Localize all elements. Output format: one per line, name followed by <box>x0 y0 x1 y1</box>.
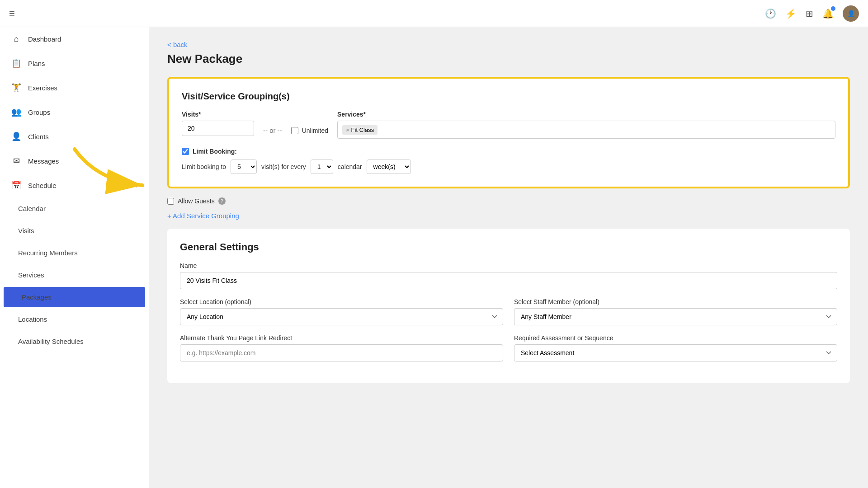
visits-group: Visits* <box>182 111 254 136</box>
sidebar-item-visits[interactable]: Visits <box>0 220 149 242</box>
limit-text-3: calendar <box>338 163 362 170</box>
lightning-icon[interactable]: ⚡ <box>785 8 797 19</box>
bell-icon[interactable]: 🔔 <box>822 8 834 19</box>
top-nav: ≡ 🕐 ⚡ ⊞ 🔔 👤 <box>0 0 868 27</box>
name-input[interactable] <box>180 272 837 289</box>
sidebar: ⌂ Dashboard 📋 Plans 🏋 Exercises 👥 Groups… <box>0 27 149 488</box>
notification-badge <box>831 6 835 11</box>
unlimited-checkbox[interactable] <box>291 127 298 134</box>
staff-group: Select Staff Member (optional) Any Staff… <box>514 298 837 325</box>
limit-text-2: visit(s) for every <box>261 163 306 170</box>
sidebar-label-plans: Plans <box>28 60 45 67</box>
groups-icon: 👥 <box>11 107 22 117</box>
grouping-title: Visit/Service Grouping(s) <box>182 91 835 102</box>
hamburger-icon[interactable]: ≡ <box>9 8 15 19</box>
allow-guests-checkbox[interactable] <box>167 198 174 205</box>
limit-booking-controls: Limit booking to 5 1 2 3 4 6 7 10 visit(… <box>182 160 835 174</box>
unlimited-label: Unlimited <box>302 127 328 134</box>
schedule-icon: 📅 <box>11 180 22 190</box>
plans-icon: 📋 <box>11 58 22 68</box>
sidebar-item-services[interactable]: Services <box>0 264 149 286</box>
staff-label: Select Staff Member (optional) <box>514 298 837 305</box>
avatar[interactable]: 👤 <box>843 5 859 22</box>
sidebar-item-plans[interactable]: 📋 Plans <box>0 51 149 75</box>
allow-guests-section: Allow Guests ? + Add Service Grouping <box>167 197 850 220</box>
name-label: Name <box>180 262 837 269</box>
name-field-group: Name <box>180 262 837 289</box>
sidebar-item-schedule[interactable]: 📅 Schedule ▾ <box>0 173 149 197</box>
allow-guests-label: Allow Guests <box>178 197 215 205</box>
sidebar-item-messages[interactable]: ✉ Messages <box>0 149 149 173</box>
limit-period-select[interactable]: week(s) day(s) month(s) <box>367 160 411 174</box>
sidebar-label-clients: Clients <box>28 133 49 141</box>
sidebar-label-messages: Messages <box>28 157 59 165</box>
thankyou-input[interactable] <box>180 344 503 361</box>
sidebar-label-availability-schedules: Availability Schedules <box>18 338 84 345</box>
messages-icon: ✉ <box>11 156 22 166</box>
sidebar-label-exercises: Exercises <box>28 84 57 92</box>
general-settings-card: General Settings Name Select Location (o… <box>167 229 850 383</box>
remove-tag-icon[interactable]: × <box>346 127 349 133</box>
sidebar-label-calendar: Calendar <box>18 205 46 212</box>
location-label: Select Location (optional) <box>180 298 503 305</box>
or-separator: -- or -- <box>263 127 282 139</box>
main-content: < back New Package Visit/Service Groupin… <box>149 27 868 488</box>
thankyou-label: Alternate Thank You Page Link Redirect <box>180 334 503 342</box>
clock-icon[interactable]: 🕐 <box>765 8 776 19</box>
limit-booking-checkbox[interactable] <box>182 148 189 155</box>
visits-input[interactable] <box>182 121 254 136</box>
services-group: Services* × Fit Class <box>337 111 835 139</box>
sidebar-label-locations: Locations <box>18 315 47 323</box>
assessment-group: Required Assessment or Sequence Select A… <box>514 334 837 361</box>
visits-label: Visits* <box>182 111 254 118</box>
limit-every-select[interactable]: 1 2 3 4 <box>311 160 333 174</box>
assessment-select[interactable]: Select Assessment <box>514 344 837 361</box>
sidebar-label-visits: Visits <box>18 227 34 235</box>
exercises-icon: 🏋 <box>11 83 22 93</box>
sidebar-label-services: Services <box>18 271 44 279</box>
general-settings-title: General Settings <box>180 241 837 253</box>
visits-services-row: Visits* -- or -- Unlimited Services* × <box>182 111 835 139</box>
sidebar-label-dashboard: Dashboard <box>28 35 61 43</box>
limit-booking-row: Limit Booking: <box>182 148 835 155</box>
home-icon: ⌂ <box>11 34 22 44</box>
location-group: Select Location (optional) Any Location <box>180 298 503 325</box>
location-staff-row: Select Location (optional) Any Location … <box>180 298 837 325</box>
grid-icon[interactable]: ⊞ <box>806 8 813 19</box>
sidebar-item-locations[interactable]: Locations <box>0 308 149 330</box>
sidebar-item-packages[interactable]: Packages <box>4 287 145 307</box>
sidebar-item-availability-schedules[interactable]: Availability Schedules <box>0 330 149 352</box>
service-tag-label: Fit Class <box>351 127 374 133</box>
sidebar-sub-group-schedule: Calendar Visits Recurring Members Servic… <box>0 197 149 352</box>
sidebar-label-recurring-members: Recurring Members <box>18 249 78 257</box>
clients-icon: 👤 <box>11 131 22 141</box>
services-label: Services* <box>337 111 835 118</box>
allow-guests-row: Allow Guests ? <box>167 197 850 205</box>
sidebar-item-calendar[interactable]: Calendar <box>0 197 149 220</box>
page-title: New Package <box>167 52 850 66</box>
thankyou-group: Alternate Thank You Page Link Redirect <box>180 334 503 361</box>
sidebar-item-clients[interactable]: 👤 Clients <box>0 124 149 149</box>
location-select[interactable]: Any Location <box>180 308 503 325</box>
services-input[interactable]: × Fit Class <box>337 121 835 139</box>
sidebar-label-groups: Groups <box>28 108 50 116</box>
sidebar-item-dashboard[interactable]: ⌂ Dashboard <box>0 27 149 51</box>
chevron-down-icon: ▾ <box>135 182 138 189</box>
limit-booking-section: Limit Booking: Limit booking to 5 1 2 3 … <box>182 148 835 174</box>
grouping-card: Visit/Service Grouping(s) Visits* -- or … <box>167 77 850 188</box>
limit-text-1: Limit booking to <box>182 163 226 170</box>
sidebar-item-exercises[interactable]: 🏋 Exercises <box>0 75 149 100</box>
sidebar-item-groups[interactable]: 👥 Groups <box>0 100 149 124</box>
service-tag: × Fit Class <box>342 125 377 135</box>
assessment-label: Required Assessment or Sequence <box>514 334 837 342</box>
limit-booking-label: Limit Booking: <box>193 148 237 155</box>
sidebar-label-schedule: Schedule <box>28 182 57 189</box>
back-link[interactable]: < back <box>167 41 188 48</box>
add-grouping-button[interactable]: + Add Service Grouping <box>167 212 850 220</box>
sidebar-item-recurring-members[interactable]: Recurring Members <box>0 242 149 264</box>
help-icon[interactable]: ? <box>218 197 226 205</box>
limit-visits-select[interactable]: 5 1 2 3 4 6 7 10 <box>231 160 257 174</box>
unlimited-group: Unlimited <box>291 127 328 139</box>
staff-select[interactable]: Any Staff Member <box>514 308 837 325</box>
thankyou-assessment-row: Alternate Thank You Page Link Redirect R… <box>180 334 837 361</box>
